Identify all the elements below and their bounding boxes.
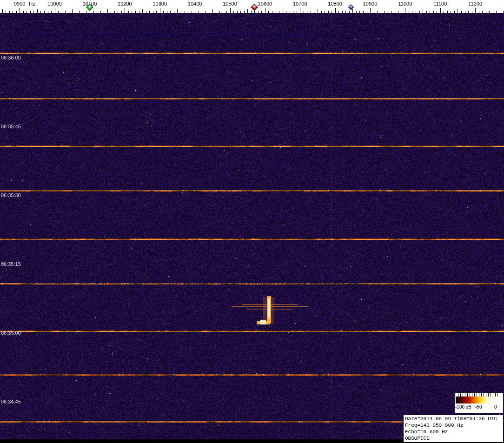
freq-tick-label: 10000 xyxy=(47,1,62,7)
freq-tick-label: 11100 xyxy=(433,1,447,7)
colorbar-label: -100 dB xyxy=(455,404,471,410)
freq-tick-label: 9900 xyxy=(14,1,25,7)
info-line: OBSUPICE xyxy=(405,435,502,442)
freq-tick-label: 10500 xyxy=(223,1,237,7)
info-line: Echo=10 600 Hz xyxy=(405,429,502,435)
freq-tick-label: 10200 xyxy=(118,1,132,7)
freq-tick-label: 10400 xyxy=(188,1,202,7)
freq-tick-label: 10900 xyxy=(363,1,378,7)
freq-tick-label: 11000 xyxy=(398,1,412,7)
colorbar-ticks xyxy=(456,393,502,397)
freq-tick-label: 10700 xyxy=(293,1,307,7)
colorbar-label: -50 xyxy=(475,404,482,410)
freq-tick-label: 11200 xyxy=(468,1,482,7)
colorbar: -100 dB-500 xyxy=(455,393,503,413)
info-line: Freq=143 050 000 Hz xyxy=(405,422,502,429)
frequency-unit-label: Hz xyxy=(29,1,35,7)
colorbar-gradient xyxy=(456,397,502,403)
freq-tick-label: 10600 xyxy=(258,1,272,7)
spectrogram-canvas xyxy=(0,13,504,443)
freq-tick-label: 10300 xyxy=(153,1,167,7)
freq-tick-label: 10800 xyxy=(328,1,342,7)
info-line: Date=2014-06-09 Time=04:36 UTC xyxy=(405,416,502,422)
meteor-spectrogram-app: 9900100001010010200103001040010500106001… xyxy=(0,0,504,443)
colorbar-labels: -100 dB-500 xyxy=(455,403,503,411)
frequency-ruler: 9900100001010010200103001040010500106001… xyxy=(0,0,504,13)
colorbar-label: 0 xyxy=(494,404,497,410)
info-box: Date=2014-06-09 Time=04:36 UTCFreq=143 0… xyxy=(403,415,504,443)
